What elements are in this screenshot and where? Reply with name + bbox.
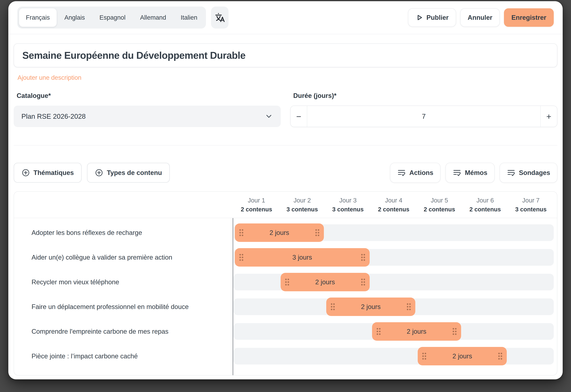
gantt-track: 3 jours [234, 249, 554, 266]
plus-circle-icon [22, 169, 30, 177]
chevron-down-icon [265, 112, 273, 120]
day-content-count: 2 contenus [416, 206, 462, 213]
bar-duration-label: 2 jours [407, 328, 426, 335]
resize-handle-right[interactable] [315, 228, 320, 237]
language-tab-group: FrançaisAnglaisEspagnolAllemandItalien [17, 7, 206, 29]
day-content-count: 3 contenus [279, 206, 325, 213]
gantt-bar[interactable]: 2 jours [418, 347, 507, 365]
catalogue-label: Catalogue* [17, 92, 281, 99]
resize-handle-right[interactable] [452, 327, 457, 336]
gantt-row: Aider un(e) collègue à valider sa premiè… [14, 249, 557, 266]
decrement-button[interactable]: − [291, 106, 307, 127]
content-row-label[interactable]: Faire un déplacement professionnel en mo… [14, 303, 233, 310]
day-content-count: 2 contenus [371, 206, 417, 213]
language-tab-espagnol[interactable]: Espagnol [93, 8, 132, 27]
gantt-row: Recycler mon vieux téléphone 2 jours [14, 274, 557, 290]
gantt-rows: Adopter les bons réflexes de recharge 2 … [14, 224, 557, 364]
increment-button[interactable]: + [541, 106, 557, 127]
page-content: Semaine Européenne du Développement Dura… [8, 44, 563, 376]
resize-handle-right[interactable] [360, 278, 366, 286]
gantt-bar[interactable]: 2 jours [235, 223, 324, 242]
day-header: Jour 7 3 contenus [508, 197, 554, 213]
gantt-toolbar: Thématiques Types de contenu Actions [14, 163, 557, 183]
gantt-row: Pièce jointe : l’impact carbone caché 2 … [14, 348, 557, 364]
sondages-button[interactable]: Sondages [500, 163, 557, 183]
content-row-label[interactable]: Adopter les bons réflexes de recharge [14, 229, 233, 236]
add-thematiques-button[interactable]: Thématiques [14, 163, 82, 183]
title-input[interactable]: Semaine Européenne du Développement Dura… [14, 44, 557, 67]
gantt-bar[interactable]: 2 jours [281, 273, 370, 291]
resize-handle-left[interactable] [330, 303, 335, 311]
add-description-link[interactable]: Ajouter une description [17, 74, 82, 81]
day-header: Jour 3 3 contenus [325, 197, 371, 213]
day-header: Jour 1 2 contenus [234, 197, 279, 213]
day-label: Jour 1 [234, 197, 279, 204]
day-label: Jour 5 [416, 197, 462, 204]
duration-label: Durée (jours)* [293, 92, 557, 99]
list-check-icon [453, 168, 461, 177]
play-icon [415, 14, 423, 21]
gantt-row: Faire un déplacement professionnel en mo… [14, 298, 557, 315]
list-check-icon [397, 168, 406, 177]
catalogue-group: Catalogue* Plan RSE 2026-2028 [14, 92, 281, 127]
publish-button[interactable]: Publier [408, 8, 456, 27]
day-label: Jour 6 [462, 197, 508, 204]
gantt-row: Adopter les bons réflexes de recharge 2 … [14, 224, 557, 241]
day-content-count: 2 contenus [234, 206, 279, 213]
gantt-bar[interactable]: 2 jours [372, 322, 461, 341]
day-content-count: 2 contenus [462, 206, 508, 213]
gantt-card: Jour 1 2 contenusJour 2 3 contenusJour 3… [14, 191, 557, 376]
actions-label: Actions [409, 169, 433, 176]
gantt-day-headers: Jour 1 2 contenusJour 2 3 contenusJour 3… [234, 197, 554, 213]
content-row-label[interactable]: Recycler mon vieux téléphone [14, 278, 233, 286]
language-tab-anglais[interactable]: Anglais [57, 8, 92, 27]
bar-duration-label: 3 jours [292, 254, 312, 261]
resize-handle-left[interactable] [239, 228, 244, 237]
cancel-label: Annuler [468, 14, 492, 21]
resize-handle-left[interactable] [422, 352, 427, 361]
actions-button[interactable]: Actions [390, 163, 441, 183]
sondages-label: Sondages [519, 169, 550, 176]
gantt-track: 2 jours [234, 348, 554, 364]
duration-group: Durée (jours)* − 7 + [290, 92, 557, 127]
resize-handle-left[interactable] [285, 278, 290, 286]
resize-handle-left[interactable] [376, 327, 381, 336]
content-types-label: Types de contenu [107, 169, 162, 176]
bar-duration-label: 2 jours [315, 278, 335, 286]
form-row: Catalogue* Plan RSE 2026-2028 Durée (jou… [14, 92, 557, 127]
gantt-bar[interactable]: 2 jours [326, 298, 415, 316]
resize-handle-right[interactable] [498, 352, 503, 361]
bar-duration-label: 2 jours [361, 303, 381, 310]
content-row-label[interactable]: Pièce jointe : l’impact carbone caché [14, 352, 233, 360]
translate-button[interactable] [211, 7, 228, 29]
duration-value[interactable]: 7 [307, 106, 541, 127]
day-label: Jour 4 [371, 197, 417, 204]
day-label: Jour 7 [508, 197, 554, 204]
day-content-count: 3 contenus [325, 206, 371, 213]
gantt-bar[interactable]: 3 jours [235, 248, 370, 267]
gantt-track: 2 jours [234, 274, 554, 290]
gantt-row: Comprendre l'empreinte carbone de mes re… [14, 323, 557, 340]
save-button[interactable]: Enregistrer [504, 8, 554, 27]
gantt-track: 2 jours [234, 298, 554, 315]
language-tab-allemand[interactable]: Allemand [133, 8, 173, 27]
language-tab-français[interactable]: Français [19, 8, 57, 27]
memos-button[interactable]: Mémos [445, 163, 495, 183]
plus-circle-icon [95, 169, 103, 177]
cancel-button[interactable]: Annuler [460, 8, 500, 27]
resize-handle-left[interactable] [239, 253, 244, 262]
resize-handle-right[interactable] [406, 303, 412, 311]
resize-handle-right[interactable] [360, 253, 366, 262]
content-row-label[interactable]: Aider un(e) collègue à valider sa premiè… [14, 254, 233, 261]
publish-label: Publier [427, 14, 449, 21]
day-content-count: 3 contenus [508, 206, 554, 213]
translate-icon [214, 12, 225, 23]
duration-stepper: − 7 + [290, 106, 557, 127]
memos-label: Mémos [465, 169, 487, 176]
content-row-label[interactable]: Comprendre l'empreinte carbone de mes re… [14, 328, 233, 335]
language-tab-italien[interactable]: Italien [174, 8, 204, 27]
gantt-track: 2 jours [234, 224, 554, 241]
catalogue-select[interactable]: Plan RSE 2026-2028 [14, 106, 281, 127]
add-content-types-button[interactable]: Types de contenu [87, 163, 170, 183]
thematiques-label: Thématiques [33, 169, 74, 176]
